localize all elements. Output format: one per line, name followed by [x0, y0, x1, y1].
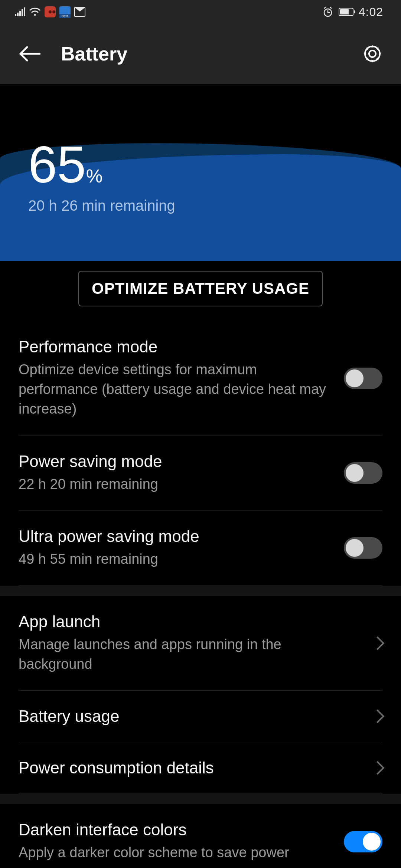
- item-title: Power saving mode: [19, 452, 329, 471]
- percent-sign: %: [86, 166, 102, 187]
- item-battery-usage[interactable]: Battery usage: [19, 691, 382, 742]
- item-title: Darken interface colors: [19, 821, 329, 839]
- settings-button[interactable]: [360, 42, 385, 66]
- svg-rect-0: [15, 14, 16, 16]
- arrow-left-icon: [18, 45, 40, 63]
- svg-rect-1: [17, 13, 19, 16]
- toggle-darken-interface[interactable]: [344, 831, 382, 852]
- item-title: Battery usage: [19, 707, 358, 726]
- alarm-icon: [322, 6, 333, 17]
- item-title: App launch: [19, 612, 358, 631]
- item-subtitle: Optimize device settings for maximum per…: [19, 360, 329, 419]
- battery-icon: [339, 8, 353, 16]
- wifi-icon: [29, 7, 41, 16]
- page-title: Battery: [61, 43, 127, 65]
- item-darken-interface-colors[interactable]: Darken interface colors Apply a darker c…: [19, 804, 382, 868]
- optimize-battery-button[interactable]: OPTIMIZE BATTERY USAGE: [78, 271, 323, 306]
- content: 65% 20 h 26 min remaining OPTIMIZE BATTE…: [0, 84, 401, 868]
- toggle-ultra-power-saving-mode[interactable]: [344, 537, 382, 559]
- svg-rect-3: [22, 9, 23, 16]
- chevron-right-icon: [371, 761, 385, 775]
- item-subtitle: 49 h 55 min remaining: [19, 549, 329, 569]
- group-divider: [0, 794, 401, 804]
- battery-hero[interactable]: 65% 20 h 26 min remaining: [0, 84, 401, 261]
- item-power-saving-mode[interactable]: Power saving mode 22 h 20 min remaining: [19, 436, 382, 511]
- item-subtitle: Apply a darker color scheme to save powe…: [19, 843, 329, 862]
- status-bar: 4:02: [0, 0, 401, 24]
- status-time: 4:02: [359, 5, 383, 19]
- settings-group-modes: Performance mode Optimize device setting…: [0, 321, 401, 868]
- gear-icon: [362, 43, 383, 64]
- app-bar: Battery: [0, 24, 401, 84]
- group-divider: [0, 586, 401, 596]
- back-button[interactable]: [16, 41, 42, 67]
- item-title: Performance mode: [19, 338, 329, 356]
- svg-point-8: [365, 46, 380, 61]
- svg-point-7: [369, 50, 376, 57]
- hero-text: 65% 20 h 26 min remaining: [28, 139, 175, 214]
- status-left: [15, 6, 85, 17]
- signal-icon: [15, 7, 25, 16]
- toggle-power-saving-mode[interactable]: [344, 462, 382, 484]
- status-right: 4:02: [322, 5, 383, 19]
- chevron-right-icon: [371, 637, 385, 650]
- item-subtitle: 22 h 20 min remaining: [19, 474, 329, 494]
- item-title: Power consumption details: [19, 759, 358, 777]
- optimize-row: OPTIMIZE BATTERY USAGE: [0, 261, 401, 321]
- toggle-performance-mode[interactable]: [344, 368, 382, 389]
- chevron-right-icon: [371, 710, 385, 723]
- svg-rect-2: [19, 11, 21, 16]
- item-performance-mode[interactable]: Performance mode Optimize device setting…: [19, 321, 382, 436]
- item-power-consumption-details[interactable]: Power consumption details: [19, 742, 382, 794]
- mail-icon: [74, 7, 85, 17]
- svg-point-5: [34, 14, 36, 16]
- item-ultra-power-saving-mode[interactable]: Ultra power saving mode 49 h 55 min rema…: [19, 511, 382, 586]
- notification-icon-red: [45, 6, 56, 17]
- item-title: Ultra power saving mode: [19, 527, 329, 546]
- svg-rect-4: [24, 7, 25, 16]
- item-subtitle: Manage launches and apps running in the …: [19, 635, 358, 674]
- battery-percent: 65: [28, 139, 86, 191]
- battery-remaining: 20 h 26 min remaining: [28, 197, 175, 214]
- item-app-launch[interactable]: App launch Manage launches and apps runn…: [19, 596, 382, 691]
- notification-icon-blue: [59, 6, 71, 17]
